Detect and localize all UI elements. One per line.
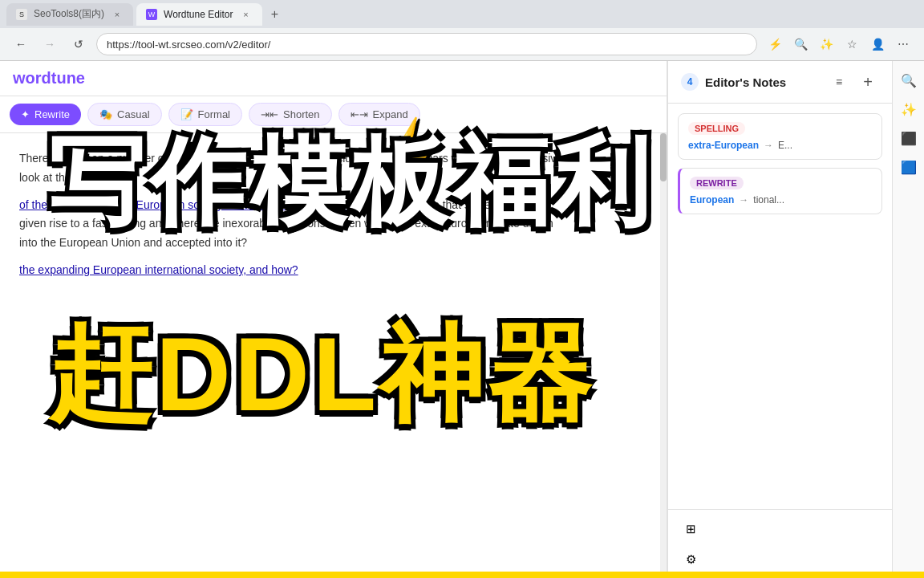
expand-button[interactable]: ⇤⇥ Expand <box>338 103 420 126</box>
panel-count: 4 <box>681 73 699 91</box>
wordtune-area: wordtune ✦ Rewrite 🎭 Casual 📝 Formal ⇥⇤ <box>0 61 667 578</box>
tab-wordtune[interactable]: W Wordtune Editor × <box>136 3 262 26</box>
tab-seotool-close[interactable]: × <box>111 8 124 21</box>
address-text: https://tool-wt.srcseo.com/v2/editor/ <box>107 39 270 51</box>
forward-button[interactable]: → <box>38 33 61 55</box>
editor-para-2: of the expansion of the European society… <box>19 196 565 253</box>
panel-settings-button[interactable]: ⚙ <box>678 547 703 572</box>
wordtune-toolbar: ✦ Rewrite 🎭 Casual 📝 Formal ⇥⇤ Shorten ⇤… <box>0 96 667 133</box>
panel-grid-button[interactable]: ⊞ <box>678 516 703 542</box>
rewrite-arrow: → <box>739 194 748 206</box>
note-card-rewrite-header: Rewrite <box>690 177 872 189</box>
spelling-to: E... <box>778 140 792 151</box>
tab-wordtune-label: Wordtune Editor <box>164 9 233 20</box>
browser-chrome: S SeoTools8(国内) × W Wordtune Editor × + … <box>0 0 924 61</box>
seotool-favicon: S <box>16 9 27 20</box>
spelling-arrow: → <box>764 140 773 151</box>
editor-para-1: There have been a number of studies cond… <box>19 149 565 188</box>
side-sparkle-icon[interactable]: ✨ <box>896 96 922 122</box>
reload-button[interactable]: ↺ <box>67 33 90 55</box>
profile-icon[interactable]: 👤 <box>866 33 889 55</box>
browser-toolbar-icons: ⚡ 🔍 ✨ ☆ 👤 ⋯ <box>764 33 914 55</box>
main-layout: wordtune ✦ Rewrite 🎭 Casual 📝 Formal ⇥⇤ <box>0 61 924 578</box>
spelling-from: extra-European <box>688 140 759 151</box>
tab-wordtune-close[interactable]: × <box>240 8 253 21</box>
tab-bar: S SeoTools8(国内) × W Wordtune Editor × + <box>0 0 924 28</box>
casual-icon: 🎭 <box>99 108 112 120</box>
shorten-label: Shorten <box>283 108 320 120</box>
vertical-scrollbar[interactable] <box>660 133 667 578</box>
casual-label: Casual <box>117 108 149 120</box>
extensions-icon[interactable]: ⚡ <box>764 33 786 55</box>
tab-seotool[interactable]: S SeoTools8(国内) × <box>6 3 133 26</box>
right-panel: 4 Editor's Notes ≡ + Spelling extra-Euro… <box>667 61 892 578</box>
wordtune-header: wordtune <box>0 61 667 96</box>
note-card-rewrite: Rewrite European → tional... <box>678 168 882 214</box>
bookmark-icon[interactable]: ☆ <box>841 33 863 55</box>
link-expansion[interactable]: of the expansion of the European society… <box>19 198 305 211</box>
tab-seotool-label: SeoTools8(国内) <box>34 7 104 21</box>
rewrite-to: tional... <box>753 194 784 206</box>
wordtune-logo: wordtune <box>13 69 85 87</box>
formal-icon: 📝 <box>180 108 193 120</box>
side-outlook-icon[interactable]: 🟦 <box>896 154 922 180</box>
search-icon[interactable]: 🔍 <box>789 33 812 55</box>
panel-filter-button[interactable]: ≡ <box>828 71 850 93</box>
panel-bottom: ⊞ ⚙ <box>668 509 892 578</box>
side-office-icon[interactable]: ⬛ <box>896 125 922 151</box>
browser-toolbar: ← → ↺ https://tool-wt.srcseo.com/v2/edit… <box>0 28 924 60</box>
casual-button[interactable]: 🎭 Casual <box>87 103 161 126</box>
expand-label: Expand <box>373 108 408 120</box>
new-tab-button[interactable]: + <box>265 5 285 24</box>
wordtune-favicon: W <box>146 9 157 20</box>
spelling-tag: Spelling <box>688 122 745 135</box>
editor-content: There have been a number of studies cond… <box>19 149 565 280</box>
rewrite-button[interactable]: ✦ Rewrite <box>10 104 81 125</box>
rewrite-tag: Rewrite <box>690 177 744 189</box>
back-button[interactable]: ← <box>10 33 32 55</box>
editor-scroll[interactable]: There have been a number of studies cond… <box>0 133 667 578</box>
shorten-icon: ⇥⇤ <box>261 108 278 120</box>
side-extension-panel: 🔍 ✨ ⬛ 🟦 <box>892 61 924 578</box>
rewrite-icon: ✦ <box>21 108 30 120</box>
shorten-button[interactable]: ⇥⇤ Shorten <box>249 103 332 126</box>
panel-add-button[interactable]: + <box>857 71 879 93</box>
panel-content: Spelling extra-European → E... Rewrite E… <box>668 104 892 509</box>
link-expanding[interactable]: the expanding European international soc… <box>19 263 298 276</box>
panel-header: 4 Editor's Notes ≡ + <box>668 61 892 104</box>
bottom-bar <box>0 572 924 578</box>
expand-icon: ⇤⇥ <box>351 108 368 120</box>
rewrite-from: European <box>690 194 734 206</box>
panel-title: Editor's Notes <box>705 75 821 89</box>
scroll-thumb[interactable] <box>660 133 667 181</box>
note-card-spelling-header: Spelling <box>688 122 872 135</box>
sparkle-icon[interactable]: ✨ <box>815 33 837 55</box>
note-card-spelling: Spelling extra-European → E... <box>678 113 882 160</box>
formal-label: Formal <box>198 108 230 120</box>
address-bar[interactable]: https://tool-wt.srcseo.com/v2/editor/ <box>96 33 757 55</box>
more-icon[interactable]: ⋯ <box>892 33 914 55</box>
side-search-icon[interactable]: 🔍 <box>896 67 922 93</box>
link-extra-european[interactable]: extra-European <box>308 198 386 211</box>
formal-button[interactable]: 📝 Formal <box>168 103 242 126</box>
editor-para-3: the expanding European international soc… <box>19 261 565 280</box>
rewrite-label: Rewrite <box>34 108 70 120</box>
